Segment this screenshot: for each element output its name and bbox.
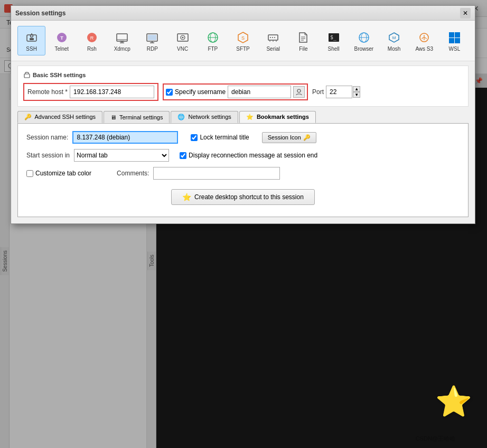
svg-point-2 xyxy=(30,34,33,37)
svg-rect-44 xyxy=(449,32,454,38)
username-input[interactable] xyxy=(228,86,291,98)
specify-username-checkbox[interactable] xyxy=(166,89,173,96)
user-browse-button[interactable] xyxy=(293,86,305,98)
customize-tab-color-checkbox[interactable] xyxy=(26,170,33,177)
desktop-shortcut-button[interactable]: ⭐ Create desktop shortcut to this sessio… xyxy=(171,189,315,205)
protocol-sftp[interactable]: S SFTP xyxy=(229,26,257,55)
protocol-serial[interactable]: Serial xyxy=(259,26,287,55)
rdp-icon xyxy=(145,30,160,45)
protocol-row: SSH T Telnet R Rsh Xdmcp RDP xyxy=(11,21,475,61)
protocol-ftp[interactable]: FTP xyxy=(199,26,227,55)
basic-ssh-header: Basic SSH settings xyxy=(23,71,463,79)
xdmcp-icon xyxy=(115,30,129,45)
svg-text:M: M xyxy=(392,35,396,40)
session-name-label: Session name: xyxy=(26,134,68,141)
shell-icon: $_ xyxy=(326,30,341,45)
protocol-xdmcp[interactable]: Xdmcp xyxy=(108,26,136,55)
svg-rect-14 xyxy=(148,35,156,40)
comments-input[interactable] xyxy=(153,167,280,180)
lock-terminal-title-checkbox[interactable] xyxy=(191,134,198,141)
protocol-shell[interactable]: $_ Shell xyxy=(320,26,348,55)
protocol-rdp[interactable]: RDP xyxy=(138,26,166,55)
protocol-ssh[interactable]: SSH xyxy=(17,26,45,55)
protocol-awss3[interactable]: Aws S3 xyxy=(410,26,438,55)
tab-bookmark-settings[interactable]: ⭐ Bookmark settings xyxy=(239,111,316,123)
dialog-close-button[interactable]: ✕ xyxy=(460,8,471,18)
protocol-file[interactable]: File xyxy=(289,26,317,55)
svg-rect-1 xyxy=(30,38,34,40)
remote-host-input[interactable] xyxy=(70,86,154,98)
remote-host-container: Remote host * xyxy=(23,83,158,101)
wsl-icon xyxy=(447,30,462,45)
bookmark-row-3: Customize tab color Comments: xyxy=(26,167,460,180)
session-icon-button[interactable]: Session Icon 🔑 xyxy=(262,132,316,143)
protocol-wsl[interactable]: WSL xyxy=(441,26,469,55)
session-name-input[interactable] xyxy=(72,131,178,144)
shortcut-star-icon: ⭐ xyxy=(182,193,191,201)
svg-text:$_: $_ xyxy=(330,34,337,41)
port-spin-buttons: ▲ ▼ xyxy=(353,86,360,98)
display-reconnection-checkbox[interactable] xyxy=(180,152,186,159)
network-settings-tab-icon: 🌐 xyxy=(177,114,185,120)
advanced-ssh-tab-icon: 🔑 xyxy=(24,114,32,120)
dialog-titlebar: Session settings ✕ xyxy=(11,6,475,21)
session-settings-dialog: Session settings ✕ SSH T Telnet R Rsh xyxy=(11,5,475,224)
dialog-title: Session settings xyxy=(15,10,65,17)
protocol-browser[interactable]: Browser xyxy=(350,26,378,55)
svg-rect-45 xyxy=(455,32,460,38)
session-icon-wrench: 🔑 xyxy=(303,134,311,141)
svg-point-49 xyxy=(297,89,301,92)
dialog-tabs: 🔑 Advanced SSH settings 🖥 Terminal setti… xyxy=(17,111,469,124)
svg-rect-48 xyxy=(24,74,30,78)
port-input[interactable] xyxy=(326,86,352,98)
svg-text:R: R xyxy=(90,35,94,41)
specify-username-checkbox-label[interactable]: Specify username xyxy=(166,88,226,96)
customize-tab-color-label[interactable]: Customize tab color xyxy=(26,170,91,177)
svg-rect-47 xyxy=(455,38,460,43)
awss3-icon xyxy=(417,30,432,45)
remote-host-label: Remote host * xyxy=(27,88,68,96)
port-increment-button[interactable]: ▲ xyxy=(353,86,360,92)
tab-terminal-settings[interactable]: 🖥 Terminal settings xyxy=(104,111,170,123)
port-label: Port xyxy=(312,88,324,96)
rsh-icon: R xyxy=(85,30,99,45)
ssh-icon xyxy=(24,30,39,45)
desktop-shortcut-row: ⭐ Create desktop shortcut to this sessio… xyxy=(26,185,460,209)
lock-terminal-title-label[interactable]: Lock terminal title xyxy=(191,134,249,141)
tab-network-settings[interactable]: 🌐 Network settings xyxy=(171,111,238,123)
serial-icon xyxy=(266,30,280,45)
port-spinner: ▲ ▼ xyxy=(326,86,360,98)
browser-icon xyxy=(357,30,371,45)
comments-label: Comments: xyxy=(117,170,149,177)
bookmark-settings-content: Session name: Lock terminal title Sessio… xyxy=(17,124,469,217)
svg-rect-10 xyxy=(120,41,124,42)
svg-point-19 xyxy=(182,36,183,38)
file-icon xyxy=(296,30,311,45)
port-container: Port ▲ ▼ xyxy=(312,86,360,98)
basic-ssh-section: Basic SSH settings Remote host * Specify… xyxy=(17,66,469,107)
telnet-icon: T xyxy=(54,30,69,45)
basic-ssh-form-row: Remote host * Specify username Port xyxy=(23,83,463,101)
start-session-select[interactable]: Normal tab New window Fullscreen xyxy=(74,149,169,162)
display-reconnection-label[interactable]: Display reconnection message at session … xyxy=(180,152,317,159)
svg-text:S: S xyxy=(241,35,245,41)
bookmark-row-2: Start session in Normal tab New window F… xyxy=(26,149,460,162)
port-decrement-button[interactable]: ▼ xyxy=(353,92,360,98)
dialog-tabs-bar: 🔑 Advanced SSH settings 🖥 Terminal setti… xyxy=(11,111,475,124)
bookmark-settings-tab-icon: ⭐ xyxy=(246,114,254,120)
vnc-icon xyxy=(175,30,190,45)
watermark: CSDN@王哈哈 xyxy=(416,435,455,443)
tab-advanced-ssh[interactable]: 🔑 Advanced SSH settings xyxy=(17,111,102,123)
bookmark-row-1: Session name: Lock terminal title Sessio… xyxy=(26,131,460,144)
svg-rect-46 xyxy=(449,38,454,43)
svg-text:T: T xyxy=(60,35,63,41)
protocol-rsh[interactable]: R Rsh xyxy=(78,26,106,55)
protocol-telnet[interactable]: T Telnet xyxy=(48,26,76,55)
start-session-label: Start session in xyxy=(26,152,70,159)
sftp-icon: S xyxy=(236,30,250,45)
username-section: Specify username xyxy=(163,83,308,100)
svg-rect-25 xyxy=(268,35,278,40)
protocol-mosh[interactable]: M Mosh xyxy=(380,26,408,55)
protocol-vnc[interactable]: VNC xyxy=(168,26,196,55)
ftp-icon xyxy=(205,30,220,45)
